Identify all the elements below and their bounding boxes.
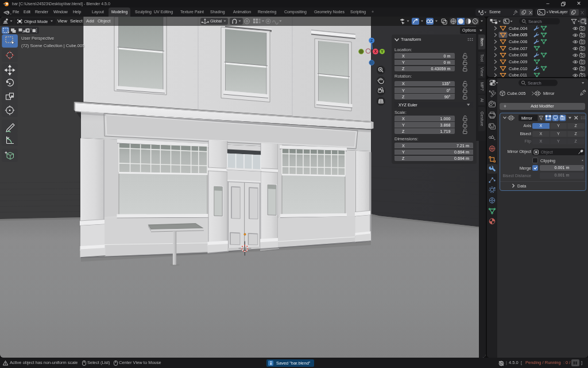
svg-text:Cube.005: Cube.005 [509,32,528,37]
svg-text:Cube.009: Cube.009 [509,59,528,64]
svg-text:X: X [374,49,377,53]
svg-text:Cube.005: Cube.005 [507,91,526,96]
svg-text:Cube.004: Cube.004 [509,26,528,31]
svg-text:Y: Y [381,49,384,53]
svg-text:Search: Search [528,80,541,86]
svg-text:Cube.006: Cube.006 [509,39,528,44]
svg-text:Cube.010: Cube.010 [509,66,528,71]
svg-text:Mirror: Mirror [543,91,555,96]
svg-text:Search: Search [528,19,542,24]
svg-text:Cube.008: Cube.008 [509,52,528,57]
svg-text:Z: Z [370,39,373,43]
svg-text:Cube.007: Cube.007 [509,46,528,51]
svg-text:Cube.011: Cube.011 [509,72,527,77]
svg-text:Mirror: Mirror [521,116,533,121]
svg-text:Object Mode: Object Mode [24,19,48,24]
